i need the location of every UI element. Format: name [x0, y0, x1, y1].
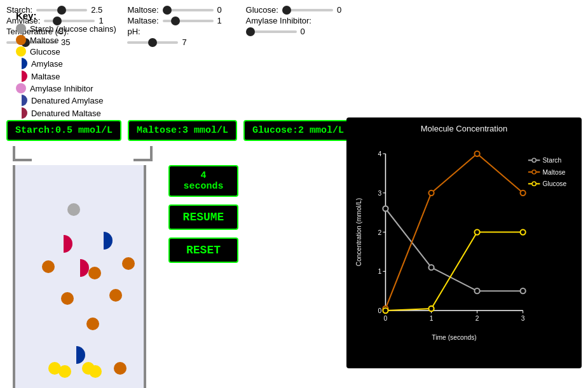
- key-item-label: Starch (glucose chains): [30, 24, 116, 34]
- molecule-amylase: [67, 346, 85, 364]
- maltose-slider-container: 0: [163, 5, 233, 15]
- svg-text:3: 3: [378, 190, 382, 197]
- key-item: Maltose: [16, 35, 156, 45]
- glucose-row: Glucose: 0: [246, 5, 353, 15]
- svg-point-41: [474, 229, 479, 234]
- svg-point-35: [521, 191, 526, 196]
- key-item-label: Maltase: [31, 72, 60, 81]
- molecule-maltose: [88, 267, 101, 279]
- inhibitor-label: Amylase Inhibitor:: [246, 16, 311, 25]
- beaker-top-left: [13, 159, 32, 161]
- key-dot-icon: [16, 83, 26, 93]
- glucose-slider-container: 0: [282, 5, 353, 15]
- key-item-label: Glucose: [30, 47, 60, 57]
- inhibitor-value: 0: [301, 27, 317, 36]
- key-item-label: Amylase: [31, 59, 63, 69]
- molecule-maltase: [71, 259, 89, 277]
- molecule-maltose: [61, 292, 74, 305]
- glucose-value: 0: [337, 5, 353, 15]
- maltase-slider-container: 1: [163, 16, 233, 25]
- svg-text:Time (seconds): Time (seconds): [432, 334, 476, 341]
- svg-text:Glucose: Glucose: [543, 181, 567, 188]
- svg-point-50: [532, 182, 536, 185]
- svg-text:2: 2: [378, 229, 382, 236]
- svg-line-31: [477, 154, 523, 193]
- maltose-value: 0: [217, 5, 233, 15]
- svg-point-44: [532, 158, 536, 162]
- top-controls: Starch: 2.5 Amylase: 1 Temperature (C): …: [0, 0, 588, 117]
- svg-point-47: [532, 170, 536, 174]
- molecule-maltose: [122, 257, 135, 270]
- molecule-amylase: [95, 232, 113, 250]
- svg-point-42: [521, 229, 526, 234]
- beaker-container: [6, 146, 159, 388]
- reset-button[interactable]: RESET: [168, 237, 238, 263]
- svg-point-34: [474, 151, 479, 156]
- maltase-slider[interactable]: [163, 20, 214, 22]
- svg-text:3: 3: [521, 315, 525, 322]
- maltase-value: 1: [217, 16, 233, 25]
- svg-text:Concentration (mmol/L): Concentration (mmol/L): [355, 198, 362, 266]
- inhibitor-slider[interactable]: [246, 30, 297, 33]
- inhibitor-row: Amylase Inhibitor:: [246, 16, 353, 25]
- molecule-maltose: [42, 260, 55, 273]
- svg-text:2: 2: [475, 315, 479, 322]
- svg-point-39: [383, 308, 388, 313]
- svg-text:1: 1: [378, 268, 382, 275]
- svg-point-33: [428, 191, 434, 196]
- key-half-icon: [16, 95, 27, 106]
- key-item: Maltase: [16, 70, 156, 82]
- key-title: Key:: [16, 10, 156, 21]
- glucose-display: Glucose:2 mmol/L: [243, 120, 353, 141]
- controls-middle: 4 seconds RESUME RESET: [165, 146, 242, 388]
- key-half-icon: [16, 107, 27, 119]
- svg-text:Maltose: Maltose: [543, 169, 566, 176]
- molecule-maltose: [109, 289, 122, 302]
- key-item-label: Amylase Inhibitor: [30, 84, 93, 93]
- svg-text:4: 4: [378, 151, 382, 157]
- svg-point-27: [474, 288, 479, 293]
- key-item: Denatured Amylase: [16, 95, 156, 106]
- svg-point-26: [428, 265, 434, 270]
- key-dot-icon: [16, 23, 26, 34]
- beaker: [13, 165, 146, 388]
- key-item: Amylase: [16, 58, 156, 69]
- molecule-glucose: [58, 365, 71, 378]
- svg-line-29: [385, 193, 431, 309]
- key-item-label: Denatured Amylase: [31, 96, 103, 105]
- inhibitor-slider-container: 0: [246, 27, 353, 36]
- ph-value: 7: [182, 37, 198, 47]
- svg-line-22: [385, 209, 431, 268]
- chart-svg: 012340123Concentration (mmol/L)Time (sec…: [353, 137, 575, 347]
- molecule-maltose: [86, 318, 99, 330]
- key-half-icon: [16, 58, 27, 69]
- glucose-slider[interactable]: [282, 9, 333, 11]
- svg-point-28: [521, 288, 526, 293]
- key-item: Glucose: [16, 46, 156, 57]
- beaker-top-right: [133, 159, 153, 161]
- maltose-display: Maltose:3 mmol/L: [128, 120, 237, 141]
- svg-text:1: 1: [430, 315, 434, 322]
- key-item: Denatured Maltase: [16, 107, 156, 119]
- svg-text:0: 0: [384, 315, 388, 322]
- svg-line-30: [432, 154, 477, 193]
- key-item: Starch (glucose chains): [16, 23, 156, 34]
- control-group-col3: Glucose: 0 Amylase Inhibitor: 0: [246, 5, 353, 115]
- key-dot-icon: [16, 46, 26, 57]
- svg-point-40: [428, 306, 434, 311]
- starch-display: Starch:0.5 mmol/L: [6, 120, 121, 141]
- svg-text:0: 0: [378, 307, 382, 314]
- chart-container: Molecule Concentration 012340123Concentr…: [346, 117, 582, 368]
- resume-button[interactable]: RESUME: [168, 204, 238, 230]
- molecule-starch: [67, 203, 80, 216]
- maltose-slider[interactable]: [163, 9, 214, 11]
- molecule-maltose: [114, 362, 126, 375]
- key-item: Amylase Inhibitor: [16, 83, 156, 93]
- molecule-glucose: [89, 365, 102, 378]
- chart-title: Molecule Concentration: [353, 124, 575, 133]
- svg-text:Starch: Starch: [543, 157, 562, 164]
- key-section: Key: Starch (glucose chains)MaltoseGluco…: [16, 10, 156, 120]
- svg-point-25: [383, 206, 388, 211]
- glucose-label: Glucose:: [246, 5, 278, 15]
- key-item-label: Denatured Maltase: [31, 109, 101, 118]
